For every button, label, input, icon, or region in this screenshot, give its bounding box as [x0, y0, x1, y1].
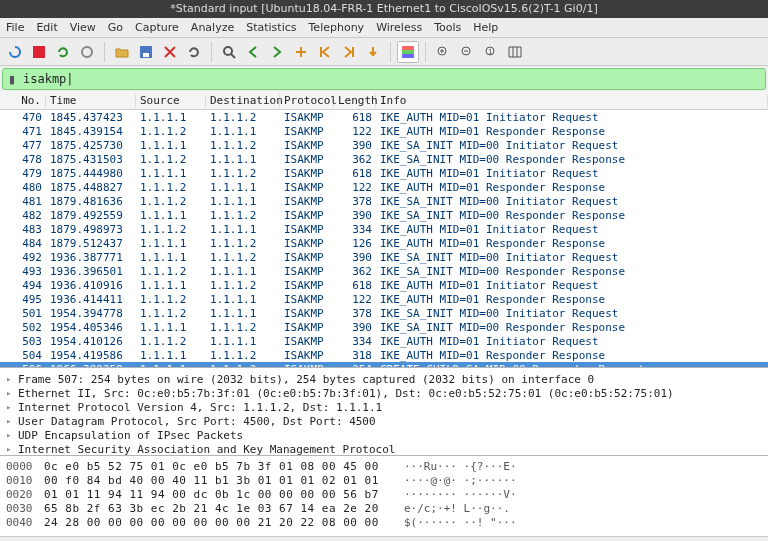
expand-arrow-icon[interactable]: ▸ [6, 444, 16, 454]
svg-rect-7 [402, 54, 414, 58]
window-titlebar: *Standard input [Ubuntu18.04-FRR-1 Ether… [0, 0, 768, 18]
packet-row[interactable]: 4711845.4391541.1.1.21.1.1.1ISAKMP122IKE… [0, 124, 768, 138]
svg-text:1: 1 [488, 48, 492, 56]
packet-list-header: No. Time Source Destination Protocol Len… [0, 92, 768, 110]
menu-telephony[interactable]: Telephony [309, 21, 365, 34]
go-back-button[interactable] [242, 41, 264, 63]
toolbar: 1 [0, 38, 768, 66]
packet-row[interactable]: 4841879.5124371.1.1.11.1.1.2ISAKMP126IKE… [0, 236, 768, 250]
menu-help[interactable]: Help [473, 21, 498, 34]
go-last-button[interactable] [338, 41, 360, 63]
expand-arrow-icon[interactable]: ▸ [6, 430, 16, 440]
svg-rect-5 [402, 46, 414, 50]
stop-capture-button[interactable] [28, 41, 50, 63]
colorize-button[interactable] [397, 41, 419, 63]
packet-row[interactable]: 4931936.3965011.1.1.21.1.1.1ISAKMP362IKE… [0, 264, 768, 278]
filter-bookmark-icon[interactable]: ▮ [3, 73, 21, 86]
hex-row[interactable]: 00000c e0 b5 52 75 01 0c e0 b5 7b 3f 01 … [6, 460, 762, 474]
packet-row[interactable]: 4701845.4374231.1.1.11.1.1.2ISAKMP618IKE… [0, 110, 768, 124]
svg-rect-6 [402, 50, 414, 54]
menu-capture[interactable]: Capture [135, 21, 179, 34]
packet-bytes-pane[interactable]: 00000c e0 b5 52 75 01 0c e0 b5 7b 3f 01 … [0, 456, 768, 536]
packet-list-pane[interactable]: No. Time Source Destination Protocol Len… [0, 92, 768, 368]
packet-row[interactable]: 4821879.4925591.1.1.11.1.1.2ISAKMP390IKE… [0, 208, 768, 222]
open-file-button[interactable] [111, 41, 133, 63]
svg-point-4 [224, 47, 232, 55]
menu-statistics[interactable]: Statistics [246, 21, 296, 34]
packet-row[interactable]: 4791875.4449801.1.1.11.1.1.2ISAKMP618IKE… [0, 166, 768, 180]
col-length[interactable]: Length [334, 94, 376, 107]
expand-arrow-icon[interactable]: ▸ [6, 416, 16, 426]
resize-columns-button[interactable] [504, 41, 526, 63]
hex-row[interactable]: 004024 28 00 00 00 00 00 00 00 00 21 20 … [6, 516, 762, 530]
col-no[interactable]: No. [0, 94, 46, 107]
col-time[interactable]: Time [46, 94, 136, 107]
close-button[interactable] [159, 41, 181, 63]
packet-row[interactable]: 5021954.4053461.1.1.11.1.1.2ISAKMP390IKE… [0, 320, 768, 334]
hex-row[interactable]: 003065 8b 2f 63 3b ec 2b 21 4c 1e 03 67 … [6, 502, 762, 516]
col-destination[interactable]: Destination [206, 94, 280, 107]
menu-analyze[interactable]: Analyze [191, 21, 234, 34]
svg-point-1 [82, 47, 92, 57]
packet-details-pane[interactable]: ▸Frame 507: 254 bytes on wire (2032 bits… [0, 368, 768, 456]
menu-view[interactable]: View [70, 21, 96, 34]
expand-arrow-icon[interactable]: ▸ [6, 374, 16, 384]
detail-tree-item[interactable]: ▸Frame 507: 254 bytes on wire (2032 bits… [6, 372, 762, 386]
menu-tools[interactable]: Tools [434, 21, 461, 34]
hex-row[interactable]: 002001 01 11 94 11 94 00 dc 0b 1c 00 00 … [6, 488, 762, 502]
detail-tree-item[interactable]: ▸Internet Protocol Version 4, Src: 1.1.1… [6, 400, 762, 414]
go-to-packet-button[interactable] [290, 41, 312, 63]
col-protocol[interactable]: Protocol [280, 94, 334, 107]
auto-scroll-button[interactable] [362, 41, 384, 63]
menu-file[interactable]: File [6, 21, 24, 34]
detail-tree-item[interactable]: ▸User Datagram Protocol, Src Port: 4500,… [6, 414, 762, 428]
zoom-out-button[interactable] [456, 41, 478, 63]
zoom-in-button[interactable] [432, 41, 454, 63]
restart-capture-button[interactable] [52, 41, 74, 63]
menubar: File Edit View Go Capture Analyze Statis… [0, 18, 768, 38]
capture-options-button[interactable] [76, 41, 98, 63]
zoom-reset-button[interactable]: 1 [480, 41, 502, 63]
packet-row[interactable]: 5011954.3947781.1.1.21.1.1.1ISAKMP378IKE… [0, 306, 768, 320]
display-filter-input[interactable] [21, 72, 765, 86]
display-filter-bar[interactable]: ▮ [2, 68, 766, 90]
start-capture-button[interactable] [4, 41, 26, 63]
go-first-button[interactable] [314, 41, 336, 63]
svg-rect-3 [143, 53, 149, 57]
detail-tree-item[interactable]: ▸Ethernet II, Src: 0c:e0:b5:7b:3f:01 (0c… [6, 386, 762, 400]
col-info[interactable]: Info [376, 94, 768, 107]
detail-tree-item[interactable]: ▸Internet Security Association and Key M… [6, 442, 762, 456]
menu-go[interactable]: Go [108, 21, 123, 34]
hex-row[interactable]: 001000 f0 84 bd 40 00 40 11 b1 3b 01 01 … [6, 474, 762, 488]
expand-arrow-icon[interactable]: ▸ [6, 388, 16, 398]
menu-wireless[interactable]: Wireless [376, 21, 422, 34]
packet-row[interactable]: 4831879.4989731.1.1.21.1.1.1ISAKMP334IKE… [0, 222, 768, 236]
packet-row[interactable]: 4801875.4488271.1.1.21.1.1.1ISAKMP122IKE… [0, 180, 768, 194]
packet-row[interactable]: 4951936.4144111.1.1.21.1.1.1ISAKMP122IKE… [0, 292, 768, 306]
col-source[interactable]: Source [136, 94, 206, 107]
menu-edit[interactable]: Edit [36, 21, 57, 34]
save-button[interactable] [135, 41, 157, 63]
find-packet-button[interactable] [218, 41, 240, 63]
packet-row[interactable]: 5041954.4195861.1.1.11.1.1.2ISAKMP318IKE… [0, 348, 768, 362]
packet-row[interactable]: 4771875.4257301.1.1.11.1.1.2ISAKMP390IKE… [0, 138, 768, 152]
packet-row[interactable]: 5031954.4101261.1.1.21.1.1.1ISAKMP334IKE… [0, 334, 768, 348]
go-forward-button[interactable] [266, 41, 288, 63]
expand-arrow-icon[interactable]: ▸ [6, 402, 16, 412]
svg-rect-0 [33, 46, 45, 58]
packet-row[interactable]: 4921936.3877711.1.1.11.1.1.2ISAKMP390IKE… [0, 250, 768, 264]
packet-row[interactable]: 4811879.4816361.1.1.21.1.1.1ISAKMP378IKE… [0, 194, 768, 208]
packet-row[interactable]: 4941936.4109161.1.1.11.1.1.2ISAKMP618IKE… [0, 278, 768, 292]
status-bar: ✎ wireshark_-_20200505154754_O4ZjjT.pcap… [0, 536, 768, 541]
reload-button[interactable] [183, 41, 205, 63]
detail-tree-item[interactable]: ▸UDP Encapsulation of IPsec Packets [6, 428, 762, 442]
packet-row[interactable]: 4781875.4315031.1.1.21.1.1.1ISAKMP362IKE… [0, 152, 768, 166]
